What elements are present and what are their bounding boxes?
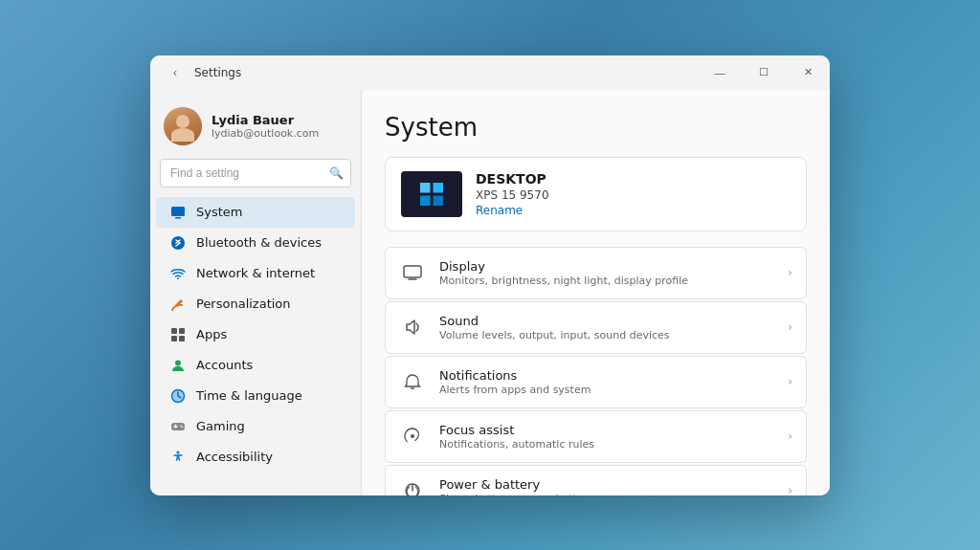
svg-rect-6 — [171, 336, 177, 341]
window-title: Settings — [194, 66, 241, 79]
notifications-chevron: › — [788, 375, 792, 388]
power-chevron: › — [788, 484, 792, 495]
svg-point-13 — [180, 425, 182, 427]
notifications-icon — [399, 368, 426, 395]
main-content: System DESKTOP XPS 15 9570 Rename — [361, 90, 830, 495]
sound-icon — [399, 314, 426, 341]
focus-desc: Notifications, automatic rules — [439, 438, 774, 451]
nav-label-bluetooth: Bluetooth & devices — [196, 235, 322, 250]
time-icon — [169, 387, 187, 405]
nav-label-time: Time & language — [196, 388, 302, 403]
avatar — [164, 107, 202, 145]
settings-item-power[interactable]: Power & battery Sleep, battery usage, ba… — [385, 465, 807, 495]
svg-rect-17 — [404, 266, 421, 277]
display-title: Display — [439, 259, 774, 274]
nav-item-personalization[interactable]: Personalization — [156, 289, 355, 319]
device-model: XPS 15 9570 — [476, 188, 549, 202]
sound-desc: Volume levels, output, input, sound devi… — [439, 329, 774, 341]
accessibility-icon — [169, 449, 187, 466]
sound-chevron: › — [788, 320, 792, 334]
settings-item-display[interactable]: Display Monitors, brightness, night ligh… — [385, 247, 807, 299]
nav-label-accessibility: Accessibility — [196, 450, 273, 464]
svg-rect-1 — [175, 217, 181, 219]
svg-point-14 — [182, 426, 184, 428]
svg-rect-5 — [179, 328, 185, 334]
nav-item-system[interactable]: System — [156, 197, 355, 228]
device-name: DESKTOP — [476, 171, 549, 187]
svg-rect-16 — [414, 177, 449, 211]
back-button[interactable]: ‹ — [164, 61, 187, 84]
search-input[interactable] — [160, 159, 351, 187]
device-thumbnail — [401, 171, 462, 217]
nav-label-network: Network & internet — [196, 266, 315, 280]
focus-title: Focus assist — [439, 423, 774, 437]
rename-link[interactable]: Rename — [476, 204, 549, 217]
apps-icon — [169, 326, 187, 343]
nav-label-accounts: Accounts — [196, 358, 253, 372]
svg-rect-0 — [171, 207, 185, 216]
focus-chevron: › — [788, 429, 792, 443]
device-info: DESKTOP XPS 15 9570 Rename — [476, 171, 549, 217]
user-name: Lydia Bauer — [212, 113, 319, 127]
settings-item-sound[interactable]: Sound Volume levels, output, input, soun… — [385, 301, 807, 354]
network-icon — [169, 265, 187, 282]
notifications-text: Notifications Alerts from apps and syste… — [439, 368, 774, 396]
power-icon — [399, 477, 426, 495]
svg-point-15 — [177, 451, 180, 453]
svg-point-18 — [411, 434, 414, 438]
svg-point-2 — [171, 236, 185, 250]
notifications-title: Notifications — [439, 368, 774, 383]
sound-title: Sound — [439, 314, 774, 328]
svg-point-8 — [175, 360, 181, 365]
nav-item-apps[interactable]: Apps — [156, 319, 355, 350]
svg-rect-7 — [179, 336, 185, 341]
display-desc: Monitors, brightness, night light, displ… — [439, 275, 774, 287]
nav-item-accessibility[interactable]: Accessibility — [156, 442, 355, 473]
settings-window: ‹ Settings — ☐ ✕ Lydia Bauer lydiab@outl… — [150, 55, 830, 495]
sidebar: Lydia Bauer lydiab@outlook.com 🔍 System — [150, 90, 361, 495]
search-box: 🔍 — [160, 159, 351, 187]
avatar-image — [164, 107, 202, 145]
gaming-icon — [169, 418, 187, 435]
nav-label-gaming: Gaming — [196, 419, 245, 433]
device-card: DESKTOP XPS 15 9570 Rename — [385, 157, 807, 231]
titlebar-controls: — ☐ ✕ — [698, 55, 830, 90]
power-text: Power & battery Sleep, battery usage, ba… — [439, 477, 774, 495]
nav-item-time[interactable]: Time & language — [156, 381, 355, 411]
user-section: Lydia Bauer lydiab@outlook.com — [150, 99, 361, 159]
page-title: System — [385, 113, 807, 142]
bluetooth-icon — [169, 234, 187, 252]
settings-list: Display Monitors, brightness, night ligh… — [385, 247, 807, 495]
focus-icon — [399, 423, 426, 450]
nav-item-bluetooth[interactable]: Bluetooth & devices — [156, 228, 355, 258]
settings-item-focus[interactable]: Focus assist Notifications, automatic ru… — [385, 410, 807, 463]
nav-item-accounts[interactable]: Accounts — [156, 350, 355, 381]
nav-item-network[interactable]: Network & internet — [156, 258, 355, 289]
titlebar-left: ‹ Settings — [164, 61, 241, 84]
maximize-button[interactable]: ☐ — [742, 55, 786, 90]
titlebar: ‹ Settings — ☐ ✕ — [150, 55, 830, 90]
user-info: Lydia Bauer lydiab@outlook.com — [212, 113, 319, 140]
display-chevron: › — [788, 266, 792, 279]
nav-label-personalization: Personalization — [196, 297, 291, 311]
notifications-desc: Alerts from apps and system — [439, 384, 774, 396]
user-email: lydiab@outlook.com — [212, 127, 319, 140]
power-title: Power & battery — [439, 477, 774, 492]
content-area: Lydia Bauer lydiab@outlook.com 🔍 System — [150, 90, 830, 495]
sound-text: Sound Volume levels, output, input, soun… — [439, 314, 774, 341]
svg-rect-4 — [171, 328, 177, 334]
personalization-icon — [169, 296, 187, 313]
display-icon — [399, 259, 426, 286]
minimize-button[interactable]: — — [698, 55, 742, 90]
nav-item-gaming[interactable]: Gaming — [156, 411, 355, 442]
search-icon: 🔍 — [329, 166, 344, 180]
svg-point-3 — [177, 277, 179, 279]
system-icon — [169, 204, 187, 221]
accounts-icon — [169, 357, 187, 374]
power-desc: Sleep, battery usage, battery saver — [439, 493, 774, 495]
nav-label-apps: Apps — [196, 327, 227, 341]
display-text: Display Monitors, brightness, night ligh… — [439, 259, 774, 287]
svg-rect-12 — [175, 424, 177, 428]
settings-item-notifications[interactable]: Notifications Alerts from apps and syste… — [385, 356, 807, 408]
close-button[interactable]: ✕ — [786, 55, 830, 90]
